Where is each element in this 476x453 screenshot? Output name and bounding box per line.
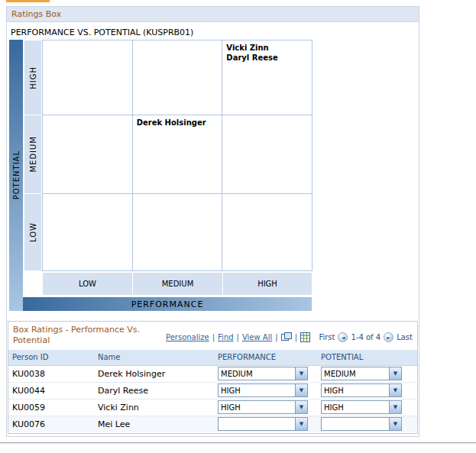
performance-select[interactable]: ▼ <box>218 417 308 431</box>
potential-cell: HIGH ▼ <box>317 399 417 416</box>
dropdown-arrow-icon[interactable]: ▼ <box>389 401 401 413</box>
previous-arrow-icon[interactable]: ◄ <box>338 332 348 342</box>
next-arrow-icon[interactable]: ► <box>384 332 393 342</box>
potential-cell: ▼ <box>317 416 417 432</box>
potential-axis-label: POTENTIAL <box>12 150 21 199</box>
potential-axis: POTENTIAL <box>9 40 23 311</box>
performance-cell: HIGH ▼ <box>214 382 317 399</box>
find-link[interactable]: Find <box>218 333 234 341</box>
potential-select[interactable]: HIGH ▼ <box>321 383 402 397</box>
potential-select[interactable]: HIGH ▼ <box>321 400 402 414</box>
toolbar-separator: | <box>275 333 277 341</box>
performance-select-value: HIGH <box>219 387 295 395</box>
performance-select-value: MEDIUM <box>219 370 295 378</box>
potential-cell: MEDIUM ▼ <box>317 365 417 382</box>
name-cell: Vicki Zinn <box>94 399 214 416</box>
download-icon[interactable] <box>300 332 310 342</box>
matrix-cell-medium-low <box>43 115 132 193</box>
matrix-cell-low-high <box>222 194 312 270</box>
dropdown-arrow-icon[interactable]: ▼ <box>389 418 401 430</box>
col-header-person-id: Person ID <box>8 350 94 365</box>
grid-header: Box Ratings - Performance Vs. Potential … <box>8 322 417 348</box>
toolbar-separator: | <box>237 333 239 341</box>
col-label-text: LOW <box>79 280 96 288</box>
dropdown-arrow-icon[interactable]: ▼ <box>389 367 401 380</box>
table-row: KU0038 Derek Holsinger MEDIUM ▼ MEDIUM ▼ <box>8 365 417 382</box>
matrix-cell-high-medium <box>133 40 222 115</box>
table-header-row: Person ID Name PERFORMANCE POTENTIAL <box>8 350 417 365</box>
grid-title: Box Ratings - Performance Vs. Potential <box>13 325 166 346</box>
view-all-link[interactable]: View All <box>242 333 272 341</box>
performance-axis: PERFORMANCE <box>23 297 312 311</box>
row-range: 1-4 of 4 <box>351 333 380 341</box>
matrix-row-label-high: HIGH <box>24 40 41 115</box>
performance-select-value: HIGH <box>219 403 295 412</box>
name-cell: Mei Lee <box>94 416 214 432</box>
performance-cell: HIGH ▼ <box>214 399 317 416</box>
grid-toolbar: Personalize | Find | View All | | <box>166 328 310 346</box>
matrix-person[interactable]: Daryl Reese <box>226 53 308 63</box>
matrix-cell-low-medium <box>133 194 222 270</box>
matrix-row-label-medium: MEDIUM <box>24 115 41 193</box>
potential-cell: HIGH ▼ <box>317 382 417 399</box>
section-header: Ratings Box <box>7 7 419 22</box>
personalize-link[interactable]: Personalize <box>166 333 209 341</box>
potential-select[interactable]: MEDIUM ▼ <box>321 367 402 380</box>
matrix-row-label-low: LOW <box>24 194 41 270</box>
matrix-cell-low-low <box>43 194 132 270</box>
first-link[interactable]: First <box>319 333 335 341</box>
performance-select[interactable]: HIGH ▼ <box>218 383 308 397</box>
person-id-cell: KU0044 <box>8 382 94 399</box>
toolbar-separator: | <box>212 333 215 341</box>
grid-pager: First ◄ 1-4 of 4 ► Last <box>319 328 413 346</box>
name-cell: Daryl Reese <box>94 382 214 399</box>
page-divider <box>0 442 476 443</box>
matrix-col-label-medium: MEDIUM <box>133 273 222 295</box>
row-label-text: HIGH <box>29 66 37 89</box>
matrix-person[interactable]: Vicki Zinn <box>226 43 308 53</box>
name-cell: Derek Holsinger <box>94 365 214 382</box>
ratings-box-page: Ratings Box PERFORMANCE VS. POTENTIAL (K… <box>0 0 476 453</box>
dropdown-arrow-icon[interactable]: ▼ <box>295 367 307 380</box>
col-label-text: MEDIUM <box>162 280 194 288</box>
col-label-text: HIGH <box>257 280 277 288</box>
matrix-col-label-low: LOW <box>43 273 132 295</box>
performance-select[interactable]: HIGH ▼ <box>218 400 308 414</box>
potential-select-value: HIGH <box>322 387 389 395</box>
toolbar-separator: | <box>295 333 297 341</box>
dropdown-arrow-icon[interactable]: ▼ <box>389 384 401 396</box>
potential-select-value: MEDIUM <box>322 370 389 378</box>
dropdown-arrow-icon[interactable]: ▼ <box>295 384 307 396</box>
matrix-cell-medium-medium: Derek Holsinger <box>133 115 222 193</box>
row-label-text: MEDIUM <box>29 136 37 173</box>
person-id-cell: KU0076 <box>8 416 94 432</box>
dropdown-arrow-icon[interactable]: ▼ <box>295 401 307 413</box>
performance-select[interactable]: MEDIUM ▼ <box>218 367 308 380</box>
grid-popup-icon[interactable] <box>281 332 292 342</box>
active-tab-edge <box>6 0 50 2</box>
performance-cell: MEDIUM ▼ <box>214 365 317 382</box>
last-link[interactable]: Last <box>397 333 413 341</box>
box-ratings-table: Person ID Name PERFORMANCE POTENTIAL KU0… <box>8 350 417 432</box>
matrix-cell-medium-high <box>222 115 312 193</box>
performance-axis-label: PERFORMANCE <box>131 299 204 309</box>
matrix-grid: Vicki Zinn Daryl Reese Derek Holsinger <box>42 40 312 271</box>
table-row: KU0059 Vicki Zinn HIGH ▼ HIGH ▼ <box>8 399 417 416</box>
col-header-name: Name <box>94 350 214 365</box>
person-id-cell: KU0059 <box>8 399 94 416</box>
matrix-cell-high-high: Vicki Zinn Daryl Reese <box>222 40 312 115</box>
potential-select-value: HIGH <box>322 403 389 412</box>
chart-title: PERFORMANCE VS. POTENTIAL (KUSPRB01) <box>11 28 193 37</box>
matrix-person[interactable]: Derek Holsinger <box>137 118 219 128</box>
box-ratings-grid: Box Ratings - Performance Vs. Potential … <box>8 321 418 434</box>
matrix-col-label-high: HIGH <box>223 273 312 295</box>
section-header-label: Ratings Box <box>11 9 61 19</box>
col-header-performance: PERFORMANCE <box>214 350 317 365</box>
potential-select[interactable]: ▼ <box>321 417 402 431</box>
row-label-text: LOW <box>29 222 37 242</box>
performance-cell: ▼ <box>214 416 317 432</box>
col-header-potential: POTENTIAL <box>317 350 417 365</box>
table-row: KU0044 Daryl Reese HIGH ▼ HIGH ▼ <box>8 382 417 399</box>
person-id-cell: KU0038 <box>8 365 94 382</box>
dropdown-arrow-icon[interactable]: ▼ <box>295 418 307 430</box>
